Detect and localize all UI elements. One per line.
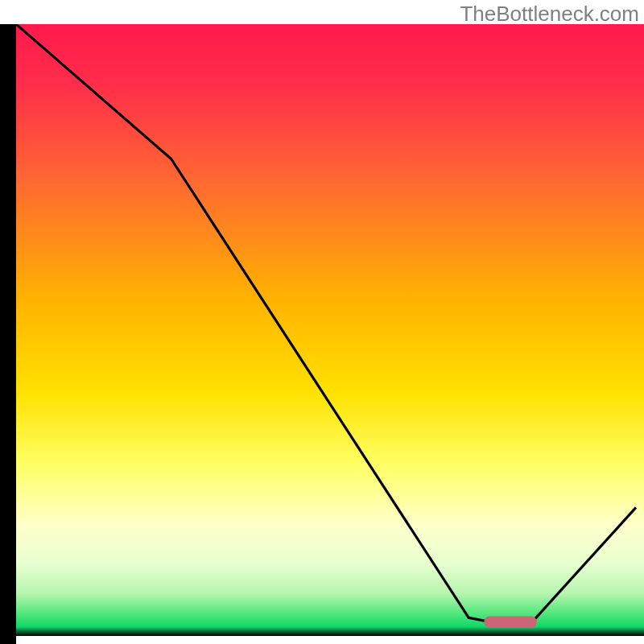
attribution-label: TheBottleneck.com — [460, 2, 639, 27]
chart-canvas: TheBottleneck.com — [0, 0, 644, 644]
left-axis — [0, 24, 16, 644]
optimal-range-marker — [484, 617, 536, 628]
chart-svg — [0, 0, 644, 644]
gradient-background — [16, 24, 644, 636]
